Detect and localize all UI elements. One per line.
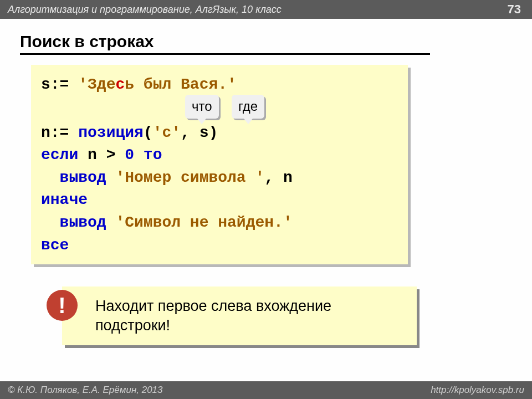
page-number: 73 xyxy=(508,2,524,17)
header-bar: Алгоритмизация и программирование, АлгЯз… xyxy=(0,0,532,19)
code-block: s:= 'Здесь был Вася.' n:= позиция('с', s… xyxy=(31,65,408,264)
footer-right: http://kpolyakov.spb.ru xyxy=(431,385,524,396)
label-chip-where: где xyxy=(232,95,264,119)
code-line: вывод 'Символ не найден.' xyxy=(41,212,398,234)
exclamation-icon: ! xyxy=(47,290,78,321)
page-title: Поиск в строках xyxy=(0,19,532,53)
breadcrumb: Алгоритмизация и программирование, АлгЯз… xyxy=(8,4,282,16)
note-text: Находит первое слева вхождение подстроки… xyxy=(95,298,331,334)
code-line: иначе xyxy=(41,189,398,212)
spacer xyxy=(41,96,398,122)
code-line: если n > 0 то xyxy=(41,144,398,167)
title-underline xyxy=(20,53,430,55)
code-line: вывод 'Номер символа ', n xyxy=(41,167,398,190)
code-line: n:= позиция('с', s) xyxy=(41,122,398,145)
code-line: s:= 'Здесь был Вася.' xyxy=(41,74,398,96)
footer-left: © К.Ю. Поляков, Е.А. Ерёмин, 2013 xyxy=(8,385,163,396)
code-line: все xyxy=(41,234,398,257)
footer-bar: © К.Ю. Поляков, Е.А. Ерёмин, 2013 http:/… xyxy=(0,381,532,399)
label-chip-what: что xyxy=(185,95,219,119)
note-box: ! Находит первое слева вхождение подстро… xyxy=(62,287,417,345)
